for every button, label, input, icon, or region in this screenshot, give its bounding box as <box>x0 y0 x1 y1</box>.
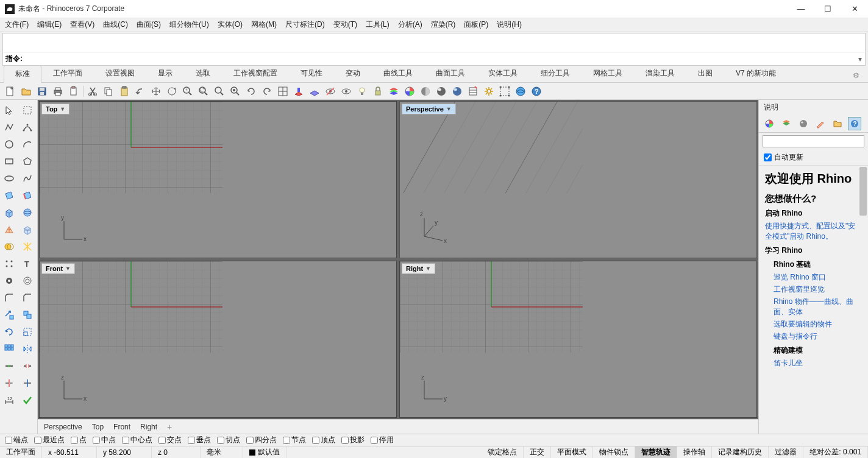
osnap-mid-checkbox[interactable] <box>93 437 100 444</box>
tab-transform[interactable]: 变动 <box>334 65 372 82</box>
menu-edit[interactable]: 编辑(E) <box>37 19 62 30</box>
menu-subd[interactable]: 细分物件(U) <box>169 19 209 30</box>
split-icon[interactable] <box>20 375 35 391</box>
zoom-extents-icon[interactable] <box>213 85 226 98</box>
zoom-dynamic-icon[interactable]: + <box>181 85 194 98</box>
tabs-gear-icon[interactable]: ⚙ <box>848 69 864 82</box>
offset-icon[interactable] <box>20 273 35 289</box>
boolean-icon[interactable] <box>1 239 17 255</box>
link-tour-window[interactable]: 巡览 Rhino 窗口 <box>774 272 862 283</box>
osnap-quad-checkbox[interactable] <box>246 437 254 444</box>
viewport-right-title[interactable]: Right▼ <box>402 263 435 274</box>
lock-icon[interactable] <box>371 85 385 98</box>
render-color-tab-icon[interactable] <box>763 117 776 130</box>
ellipse-icon[interactable] <box>1 171 17 186</box>
osnap-project-checkbox[interactable] <box>341 437 349 444</box>
tab-surface-tools[interactable]: 曲面工具 <box>424 65 477 82</box>
tab-viewport-layout[interactable]: 工作视窗配置 <box>222 65 289 82</box>
set-cplane-icon[interactable] <box>308 85 321 98</box>
rectangle-icon[interactable] <box>1 153 17 169</box>
menu-file[interactable]: 文件(F) <box>5 19 29 30</box>
status-smarttrack[interactable]: 智慧轨迹 <box>635 446 677 458</box>
named-cplane-icon[interactable] <box>292 85 305 98</box>
array-icon[interactable] <box>1 341 17 357</box>
four-viewports-icon[interactable] <box>276 85 290 98</box>
tab-select[interactable]: 选取 <box>184 65 222 82</box>
osnap-near-checkbox[interactable] <box>34 437 41 444</box>
command-history[interactable] <box>3 33 865 52</box>
osnap-tan-checkbox[interactable] <box>217 437 224 444</box>
display-tab-icon[interactable] <box>797 117 810 130</box>
help-content[interactable]: 欢迎使用 Rhino 您想做什么? 启动 Rhino 使用快捷方式、配置以及"安… <box>759 166 868 434</box>
maximize-button[interactable]: ☐ <box>823 4 833 14</box>
rotate-tool-icon[interactable] <box>1 324 17 340</box>
box-icon[interactable] <box>1 205 17 220</box>
status-cplane[interactable]: 工作平面 <box>0 446 42 458</box>
render-preview-icon[interactable] <box>435 85 448 98</box>
new-file-icon[interactable] <box>4 85 17 98</box>
lasso-icon[interactable] <box>20 102 35 118</box>
undo-view-icon[interactable] <box>244 85 258 98</box>
osnap-point-checkbox[interactable] <box>71 437 78 444</box>
osnap-int-checkbox[interactable] <box>158 437 166 444</box>
menu-tools[interactable]: 工具(L) <box>366 19 390 30</box>
menu-surface[interactable]: 曲面(S) <box>137 19 161 30</box>
explode2-icon[interactable] <box>20 358 35 374</box>
layers-icon[interactable] <box>387 85 400 98</box>
menu-mesh[interactable]: 网格(M) <box>251 19 277 30</box>
dim-icon[interactable]: 12 <box>1 392 17 408</box>
extend-icon[interactable] <box>1 273 17 289</box>
sphere-icon[interactable] <box>20 205 35 220</box>
start-link[interactable]: 使用快捷方式、配置以及"安全模式"启动 Rhino。 <box>765 221 862 242</box>
zoom-window-icon[interactable] <box>197 85 210 98</box>
move-icon[interactable] <box>1 307 17 323</box>
osnap-cen-checkbox[interactable] <box>122 437 129 444</box>
join-icon[interactable] <box>1 358 17 374</box>
scale-icon[interactable] <box>20 324 35 340</box>
menu-solid[interactable]: 实体(O) <box>218 19 243 30</box>
tab-visibility[interactable]: 可见性 <box>289 65 334 82</box>
point-icon[interactable] <box>1 256 17 272</box>
render-color-icon[interactable] <box>403 85 416 98</box>
open-file-icon[interactable] <box>20 85 33 98</box>
layers-tab-icon[interactable] <box>780 117 793 130</box>
explode-icon[interactable] <box>20 239 35 255</box>
subd-icon[interactable] <box>20 222 35 238</box>
show-icon[interactable] <box>340 85 353 98</box>
status-gumball[interactable]: 操作轴 <box>677 446 712 458</box>
copy-tool-icon[interactable] <box>20 307 35 323</box>
curve-icon[interactable] <box>20 171 35 186</box>
status-planar[interactable]: 平面模式 <box>551 446 593 458</box>
viewport-tab-front[interactable]: Front <box>113 423 130 431</box>
tab-drafting[interactable]: 出图 <box>686 65 724 82</box>
help-scrollbar[interactable] <box>858 166 868 434</box>
help-icon[interactable]: ? <box>530 85 543 98</box>
menu-help[interactable]: 说明(H) <box>497 19 522 30</box>
hide-icon[interactable] <box>324 85 337 98</box>
auto-update-checkbox[interactable] <box>764 153 772 161</box>
menu-view[interactable]: 查看(V) <box>70 19 94 30</box>
link-cartesian[interactable]: 笛卡儿坐 <box>774 358 862 368</box>
arc-icon[interactable] <box>20 136 35 152</box>
viewport-tab-right[interactable]: Right <box>140 423 157 431</box>
link-keyboard[interactable]: 键盘与指令行 <box>774 331 862 342</box>
command-input[interactable] <box>25 55 855 63</box>
link-select[interactable]: 选取要编辑的物件 <box>774 319 862 329</box>
menu-render[interactable]: 渲染(R) <box>431 19 456 30</box>
undo-icon[interactable] <box>133 85 147 98</box>
minimize-button[interactable]: — <box>796 4 806 14</box>
tab-solid-tools[interactable]: 实体工具 <box>477 65 529 82</box>
print-icon[interactable] <box>51 85 65 98</box>
chamfer-icon[interactable] <box>20 290 35 306</box>
viewport-tab-top[interactable]: Top <box>92 423 104 431</box>
tab-setview[interactable]: 设置视图 <box>94 65 146 82</box>
polygon-icon[interactable] <box>20 153 35 169</box>
surface-edge-icon[interactable] <box>20 188 35 203</box>
link-objects[interactable]: Rhino 物件——曲线、曲面、实体 <box>774 297 862 317</box>
zoom-selected-icon[interactable] <box>229 85 242 98</box>
tab-v7-new[interactable]: V7 的新功能 <box>724 65 788 82</box>
properties-icon[interactable] <box>466 85 480 98</box>
copy-icon[interactable] <box>102 85 115 98</box>
circle-icon[interactable] <box>1 136 17 152</box>
redo-view-icon[interactable] <box>260 85 274 98</box>
